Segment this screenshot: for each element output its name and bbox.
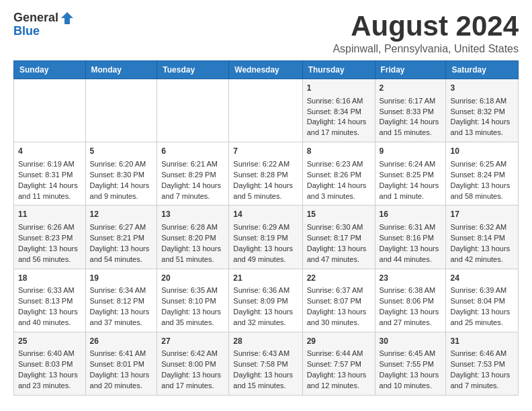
weekday-header-friday: Friday	[375, 61, 446, 79]
day-content-line: Sunset: 8:14 PM	[450, 233, 514, 244]
logo-icon	[60, 11, 75, 26]
day-content-line: Daylight: 13 hours	[18, 307, 81, 318]
day-content-line: Daylight: 13 hours	[380, 244, 442, 255]
calendar-cell: 23Sunrise: 6:38 AMSunset: 8:06 PMDayligh…	[375, 269, 446, 332]
weekday-header-thursday: Thursday	[302, 61, 375, 79]
day-content-line: Sunset: 7:53 PM	[450, 359, 514, 370]
header-row: SundayMondayTuesdayWednesdayThursdayFrid…	[14, 61, 519, 79]
day-content-line: Daylight: 13 hours	[307, 370, 371, 381]
calendar-cell: 24Sunrise: 6:39 AMSunset: 8:04 PMDayligh…	[446, 269, 519, 332]
calendar-cell: 29Sunrise: 6:44 AMSunset: 7:57 PMDayligh…	[302, 332, 375, 395]
day-number: 16	[380, 209, 442, 220]
day-content-line: Daylight: 14 hours	[450, 117, 514, 128]
day-content-line: Sunrise: 6:34 AM	[90, 285, 153, 296]
weekday-header-tuesday: Tuesday	[157, 61, 229, 79]
day-content-line: Sunset: 8:24 PM	[450, 170, 514, 181]
day-content-line: Sunrise: 6:45 AM	[380, 349, 442, 359]
day-number: 7	[233, 146, 298, 157]
day-number: 24	[450, 273, 514, 284]
week-row-5: 25Sunrise: 6:40 AMSunset: 8:03 PMDayligh…	[14, 332, 519, 395]
day-content-line: Sunset: 8:17 PM	[307, 233, 371, 244]
day-content-line: Sunset: 8:07 PM	[307, 296, 371, 307]
day-content-line: and 11 minutes.	[18, 191, 81, 202]
day-content-line: and 30 minutes.	[307, 318, 371, 328]
day-content-line: Sunrise: 6:43 AM	[233, 349, 298, 359]
day-number: 30	[380, 336, 442, 347]
calendar-cell: 17Sunrise: 6:32 AMSunset: 8:14 PMDayligh…	[446, 205, 519, 269]
day-content-line: and 37 minutes.	[90, 318, 153, 328]
day-content-line: and 20 minutes.	[90, 381, 153, 392]
calendar-cell: 4Sunrise: 6:19 AMSunset: 8:31 PMDaylight…	[14, 142, 86, 205]
calendar-cell: 8Sunrise: 6:23 AMSunset: 8:26 PMDaylight…	[302, 142, 375, 205]
day-content-line: Sunset: 8:34 PM	[307, 107, 371, 118]
day-content-line: Sunrise: 6:40 AM	[18, 349, 81, 359]
calendar-cell: 26Sunrise: 6:41 AMSunset: 8:01 PMDayligh…	[85, 332, 157, 395]
week-row-4: 18Sunrise: 6:33 AMSunset: 8:13 PMDayligh…	[14, 269, 519, 332]
day-content-line: Daylight: 14 hours	[307, 181, 371, 191]
day-content-line: Daylight: 13 hours	[233, 307, 298, 318]
day-number: 8	[307, 146, 371, 157]
day-content-line: and 58 minutes.	[450, 191, 514, 202]
calendar-cell: 12Sunrise: 6:27 AMSunset: 8:21 PMDayligh…	[85, 205, 157, 269]
day-content-line: and 10 minutes.	[380, 381, 442, 392]
day-number: 26	[90, 336, 153, 347]
calendar-cell: 27Sunrise: 6:42 AMSunset: 8:00 PMDayligh…	[157, 332, 229, 395]
weekday-header-monday: Monday	[85, 61, 157, 79]
calendar-body: 1Sunrise: 6:16 AMSunset: 8:34 PMDaylight…	[14, 79, 519, 396]
day-content-line: and 13 minutes.	[450, 128, 514, 138]
day-number: 13	[161, 209, 224, 220]
day-content-line: Sunset: 8:19 PM	[233, 233, 298, 244]
weekday-header-wednesday: Wednesday	[229, 61, 302, 79]
day-content-line: Sunrise: 6:42 AM	[161, 349, 224, 359]
calendar-cell: 16Sunrise: 6:31 AMSunset: 8:16 PMDayligh…	[375, 205, 446, 269]
day-content-line: Sunrise: 6:44 AM	[307, 349, 371, 359]
day-number: 23	[380, 273, 442, 284]
month-title: August 2024	[332, 11, 519, 42]
calendar-cell: 22Sunrise: 6:37 AMSunset: 8:07 PMDayligh…	[302, 269, 375, 332]
day-number: 6	[161, 146, 224, 157]
calendar-cell: 6Sunrise: 6:21 AMSunset: 8:29 PMDaylight…	[157, 142, 229, 205]
calendar-cell	[157, 79, 229, 142]
day-content-line: Sunset: 8:30 PM	[90, 170, 153, 181]
calendar-cell	[14, 79, 86, 142]
calendar-cell: 11Sunrise: 6:26 AMSunset: 8:23 PMDayligh…	[14, 205, 86, 269]
day-content-line: and 12 minutes.	[307, 381, 371, 392]
day-number: 18	[18, 273, 81, 284]
day-content-line: Sunrise: 6:22 AM	[233, 159, 298, 170]
day-content-line: and 54 minutes.	[90, 255, 153, 265]
calendar-header: SundayMondayTuesdayWednesdayThursdayFrid…	[14, 61, 519, 79]
calendar-cell: 15Sunrise: 6:30 AMSunset: 8:17 PMDayligh…	[302, 205, 375, 269]
day-content-line: Sunrise: 6:19 AM	[18, 159, 81, 170]
day-content-line: and 32 minutes.	[233, 318, 298, 328]
day-content-line: Sunrise: 6:24 AM	[380, 159, 442, 170]
day-number: 20	[161, 273, 224, 284]
day-content-line: and 44 minutes.	[380, 255, 442, 265]
day-content-line: Sunrise: 6:35 AM	[161, 285, 224, 296]
day-content-line: Sunrise: 6:38 AM	[380, 285, 442, 296]
day-content-line: Daylight: 13 hours	[307, 307, 371, 318]
day-content-line: Sunset: 8:10 PM	[161, 296, 224, 307]
day-content-line: Daylight: 13 hours	[18, 370, 81, 381]
calendar-table: SundayMondayTuesdayWednesdayThursdayFrid…	[13, 60, 519, 396]
day-content-line: Sunset: 8:31 PM	[18, 170, 81, 181]
day-content-line: Sunrise: 6:21 AM	[161, 159, 224, 170]
day-content-line: Sunset: 8:32 PM	[450, 107, 514, 118]
weekday-header-saturday: Saturday	[446, 61, 519, 79]
calendar-cell: 21Sunrise: 6:36 AMSunset: 8:09 PMDayligh…	[229, 269, 302, 332]
calendar-cell	[229, 79, 302, 142]
day-content-line: and 27 minutes.	[380, 318, 442, 328]
day-content-line: Daylight: 13 hours	[233, 370, 298, 381]
day-content-line: Daylight: 13 hours	[90, 244, 153, 255]
day-content-line: and 51 minutes.	[161, 255, 224, 265]
logo-blue-text: Blue	[13, 24, 40, 38]
week-row-1: 1Sunrise: 6:16 AMSunset: 8:34 PMDaylight…	[14, 79, 519, 142]
logo: General Blue	[13, 11, 75, 38]
day-content-line: Sunset: 8:23 PM	[18, 233, 81, 244]
weekday-header-sunday: Sunday	[14, 61, 86, 79]
day-content-line: and 17 minutes.	[307, 128, 371, 138]
day-content-line: and 23 minutes.	[18, 381, 81, 392]
calendar-cell: 5Sunrise: 6:20 AMSunset: 8:30 PMDaylight…	[85, 142, 157, 205]
day-number: 2	[380, 83, 442, 94]
day-content-line: Daylight: 14 hours	[233, 181, 298, 191]
day-content-line: and 9 minutes.	[90, 191, 153, 202]
